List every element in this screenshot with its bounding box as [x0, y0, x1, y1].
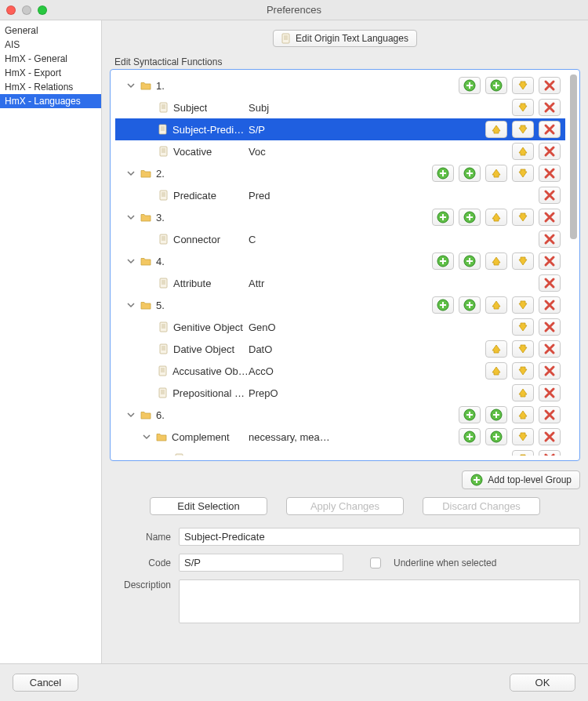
tree-leaf-row[interactable]: Subject-PredicateS/P: [115, 118, 565, 140]
discard-changes-button[interactable]: Discard Changes: [423, 497, 540, 515]
sidebar-item-5[interactable]: HmX - Languages: [0, 94, 101, 108]
chevron-down-icon[interactable]: [126, 410, 136, 420]
chevron-down-icon[interactable]: [126, 212, 136, 222]
close-window-icon[interactable]: [6, 5, 16, 15]
sidebar-item-4[interactable]: HmX - Relations: [0, 80, 101, 94]
edit-origin-languages-button[interactable]: Edit Origin Text Languages: [273, 30, 417, 47]
add-top-level-group-button[interactable]: Add top-level Group: [462, 470, 580, 489]
down-button[interactable]: [512, 362, 534, 380]
add-button[interactable]: [432, 209, 454, 226]
up-button[interactable]: [485, 296, 507, 314]
up-button[interactable]: [512, 143, 534, 160]
down-button[interactable]: [512, 428, 534, 445]
delete-button[interactable]: [539, 318, 561, 336]
up-button[interactable]: [485, 121, 507, 138]
add-button[interactable]: [459, 406, 481, 423]
down-button[interactable]: [512, 209, 534, 226]
tree-group-row[interactable]: 6.: [115, 404, 565, 426]
chevron-down-icon[interactable]: [126, 256, 136, 266]
down-button[interactable]: [512, 318, 534, 336]
name-field[interactable]: Subject-Predicate: [179, 528, 580, 546]
delete-button[interactable]: [539, 231, 561, 248]
tree-leaf-row[interactable]: Subject-Ind…SIdC: [115, 448, 565, 456]
cancel-button[interactable]: Cancel: [13, 674, 78, 692]
delete-button[interactable]: [539, 99, 561, 116]
add-button[interactable]: [432, 252, 454, 270]
tree-group-row[interactable]: 5.: [115, 294, 565, 316]
down-button[interactable]: [512, 340, 534, 358]
add-button[interactable]: [459, 77, 481, 94]
up-button[interactable]: [512, 406, 534, 423]
add-button[interactable]: [432, 165, 454, 182]
delete-button[interactable]: [539, 384, 561, 401]
down-button[interactable]: [512, 165, 534, 182]
edit-selection-button[interactable]: Edit Selection: [150, 497, 267, 515]
delete-button[interactable]: [539, 121, 561, 138]
apply-changes-button[interactable]: Apply Changes: [286, 497, 404, 515]
delete-button[interactable]: [539, 274, 561, 292]
add-button[interactable]: [485, 406, 507, 423]
add-button[interactable]: [485, 428, 507, 445]
tree-group-row[interactable]: Complementnecessary, mea…: [115, 426, 565, 448]
delete-button[interactable]: [539, 296, 561, 314]
down-button[interactable]: [512, 99, 534, 116]
tree-leaf-row[interactable]: SubjectSubj: [115, 96, 565, 118]
functions-tree[interactable]: 1.SubjectSubjSubject-PredicateS/PVocativ…: [110, 69, 580, 461]
down-button[interactable]: [512, 121, 534, 138]
chevron-down-icon[interactable]: [126, 300, 136, 310]
down-button[interactable]: [512, 252, 534, 270]
up-button[interactable]: [485, 362, 507, 380]
tree-leaf-row[interactable]: ConnectorC: [115, 228, 565, 250]
delete-button[interactable]: [539, 209, 561, 226]
add-button[interactable]: [459, 209, 481, 226]
chevron-down-icon[interactable]: [126, 169, 136, 178]
tree-group-row[interactable]: 1.: [115, 74, 565, 96]
delete-button[interactable]: [539, 252, 561, 270]
tree-leaf-row[interactable]: VocativeVoc: [115, 140, 565, 162]
add-button[interactable]: [432, 296, 454, 314]
chevron-down-icon[interactable]: [126, 81, 136, 90]
down-button[interactable]: [512, 450, 534, 456]
tree-leaf-row[interactable]: AttributeAttr: [115, 272, 565, 294]
delete-button[interactable]: [539, 428, 561, 445]
delete-button[interactable]: [539, 406, 561, 423]
tree-leaf-row[interactable]: Dative ObjectDatO: [115, 338, 565, 360]
add-button[interactable]: [485, 77, 507, 94]
tree-leaf-row[interactable]: Genitive ObjectGenO: [115, 316, 565, 338]
scrollbar[interactable]: [570, 74, 577, 456]
delete-button[interactable]: [539, 143, 561, 160]
delete-button[interactable]: [539, 450, 561, 456]
description-field[interactable]: [179, 579, 580, 623]
delete-button[interactable]: [539, 77, 561, 94]
sidebar-item-3[interactable]: HmX - Export: [0, 66, 101, 80]
tree-leaf-row[interactable]: PredicatePred: [115, 184, 565, 206]
up-button[interactable]: [485, 252, 507, 270]
scrollbar-thumb[interactable]: [570, 74, 577, 239]
add-button[interactable]: [459, 165, 481, 182]
add-button[interactable]: [459, 252, 481, 270]
ok-button[interactable]: OK: [510, 674, 575, 692]
delete-button[interactable]: [539, 165, 561, 182]
delete-button[interactable]: [539, 340, 561, 358]
tree-leaf-row[interactable]: Accusative ObjectAccO: [115, 360, 565, 382]
tree-group-row[interactable]: 2.: [115, 162, 565, 184]
tree-group-row[interactable]: 3.: [115, 206, 565, 228]
up-button[interactable]: [485, 209, 507, 226]
sidebar-item-1[interactable]: AIS: [0, 38, 101, 52]
sidebar-item-2[interactable]: HmX - General: [0, 52, 101, 66]
zoom-window-icon[interactable]: [38, 5, 47, 15]
code-field[interactable]: S/P: [179, 554, 343, 572]
chevron-down-icon[interactable]: [142, 432, 151, 441]
sidebar-item-0[interactable]: General: [0, 24, 101, 38]
up-button[interactable]: [485, 165, 507, 182]
up-button[interactable]: [512, 384, 534, 401]
delete-button[interactable]: [539, 187, 561, 204]
tree-leaf-row[interactable]: Prepositional O…PrepO: [115, 382, 565, 404]
down-button[interactable]: [512, 296, 534, 314]
add-button[interactable]: [459, 428, 481, 445]
underline-checkbox[interactable]: [370, 558, 381, 568]
tree-group-row[interactable]: 4.: [115, 250, 565, 272]
add-button[interactable]: [459, 296, 481, 314]
up-button[interactable]: [485, 340, 507, 358]
delete-button[interactable]: [539, 362, 561, 380]
